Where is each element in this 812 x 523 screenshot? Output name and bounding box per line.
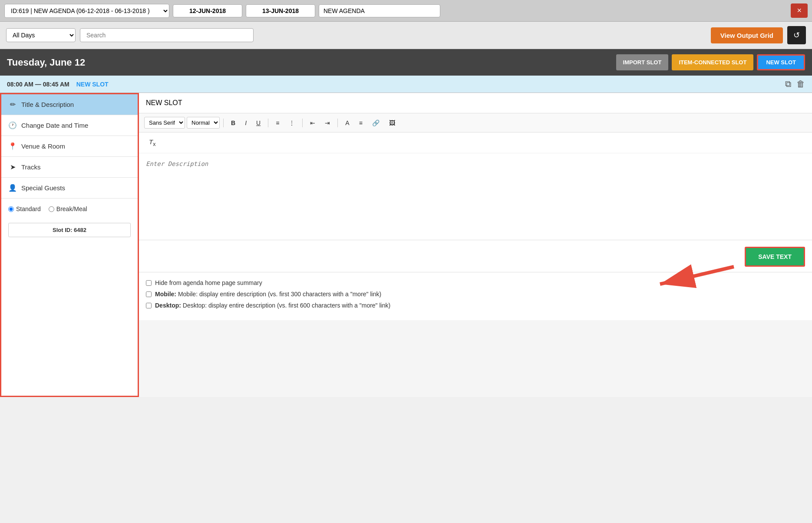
location-icon: 📍 (8, 142, 17, 150)
mobile-checkbox-row: Mobile: Mobile: display entire descripti… (146, 291, 805, 298)
person-icon: 👤 (8, 184, 17, 192)
slot-type-radios: Standard Break/Meal (1, 199, 138, 219)
sidebar-label-date: Change Date and Time (21, 122, 88, 129)
indent-button[interactable]: ⇥ (321, 117, 334, 129)
agenda-name-input[interactable] (319, 4, 440, 17)
italic-button[interactable]: I (241, 117, 251, 129)
unordered-list-button[interactable]: ⋮ (285, 117, 299, 129)
link-button[interactable]: 🔗 (368, 117, 383, 129)
new-slot-button[interactable]: NEW SLOT (757, 54, 805, 70)
slot-icons: ⧉ 🗑 (785, 79, 805, 89)
hide-checkbox-row: Hide from agenda home page summary (146, 279, 805, 286)
hide-checkbox[interactable] (146, 280, 152, 286)
standard-radio[interactable] (8, 206, 14, 212)
save-text-button[interactable]: SAVE TEXT (745, 247, 805, 267)
underline-button[interactable]: U (252, 117, 264, 129)
right-panel: Sans Serif Normal B I U ≡ ⋮ ⇤ ⇥ A ≡ 🔗 (139, 93, 812, 320)
right-panel-wrapper: Sans Serif Normal B I U ≡ ⋮ ⇤ ⇥ A ≡ 🔗 (139, 93, 812, 397)
save-text-area: SAVE TEXT (139, 242, 812, 272)
trash-icon[interactable]: 🗑 (796, 79, 805, 89)
sidebar-item-special-guests[interactable]: 👤 Special Guests (1, 178, 138, 199)
date-header: Tuesday, June 12 IMPORT SLOT ITEM-CONNEC… (0, 49, 812, 76)
arrow-icon: ➤ (8, 163, 17, 171)
font-family-select[interactable]: Sans Serif (144, 117, 185, 129)
end-date-input[interactable] (246, 4, 315, 17)
sidebar-item-change-date-time[interactable]: 🕐 Change Date and Time (1, 115, 138, 136)
description-textarea[interactable] (139, 153, 812, 240)
standard-radio-label[interactable]: Standard (8, 205, 41, 212)
checkboxes-area: Hide from agenda home page summary Mobil… (139, 272, 812, 320)
outdent-button[interactable]: ⇤ (306, 117, 319, 129)
toolbar-separator-4 (337, 119, 338, 127)
sidebar-label-guests: Special Guests (21, 184, 65, 192)
slot-label-text: NEW SLOT (76, 81, 109, 88)
font-color-button[interactable]: A (341, 117, 353, 129)
slot-id-box: Slot ID: 6482 (8, 223, 131, 237)
search-input[interactable] (80, 28, 254, 42)
sidebar-label-title: Title & Description (21, 101, 74, 108)
import-slot-button[interactable]: IMPORT SLOT (616, 54, 669, 70)
toolbar-separator-3 (302, 119, 303, 127)
slot-buttons: IMPORT SLOT ITEM-CONNECTED SLOT NEW SLOT (616, 54, 805, 70)
desktop-checkbox-label: Desktop: Desktop: display entire descrip… (155, 302, 390, 309)
layers-icon[interactable]: ⧉ (785, 79, 791, 89)
mobile-checkbox[interactable] (146, 291, 152, 297)
desktop-checkbox-row: Desktop: Desktop: display entire descrip… (146, 302, 805, 309)
align-button[interactable]: ≡ (355, 117, 366, 129)
toolbar-separator-1 (223, 119, 224, 127)
clear-format-button[interactable]: Tx (145, 136, 159, 149)
sidebar-item-venue-room[interactable]: 📍 Venue & Room (1, 136, 138, 157)
main-content: ✏ Title & Description 🕐 Change Date and … (0, 93, 812, 397)
date-label: Tuesday, June 12 (7, 57, 85, 68)
image-button[interactable]: 🖼 (385, 117, 399, 129)
slot-row: 08:00 AM — 08:45 AM NEW SLOT ⧉ 🗑 (0, 76, 812, 93)
bold-button[interactable]: B (227, 117, 239, 129)
title-input[interactable] (139, 93, 812, 113)
sidebar-label-venue: Venue & Room (21, 142, 65, 150)
item-connected-button[interactable]: ITEM-CONNECTED SLOT (672, 54, 753, 70)
sidebar-item-title-description[interactable]: ✏ Title & Description (1, 94, 138, 115)
desktop-checkbox[interactable] (146, 303, 152, 308)
sidebar-label-tracks: Tracks (21, 163, 40, 171)
slot-time: 08:00 AM — 08:45 AM (7, 81, 69, 88)
sidebar: ✏ Title & Description 🕐 Change Date and … (0, 93, 139, 397)
pencil-icon: ✏ (8, 100, 17, 109)
view-output-button[interactable]: View Output Grid (711, 27, 783, 43)
clock-icon: 🕐 (8, 121, 17, 129)
font-size-select[interactable]: Normal (187, 117, 220, 129)
break-meal-radio-label[interactable]: Break/Meal (49, 205, 87, 212)
agenda-select[interactable]: ID:619 | NEW AGENDA (06-12-2018 - 06-13-… (4, 4, 169, 18)
close-button[interactable]: × (791, 3, 808, 18)
hide-checkbox-label: Hide from agenda home page summary (155, 279, 262, 286)
refresh-button[interactable]: ↺ (787, 26, 806, 44)
start-date-input[interactable] (173, 4, 242, 17)
toolbar-bar: All Days View Output Grid ↺ (0, 22, 812, 49)
sidebar-item-tracks[interactable]: ➤ Tracks (1, 157, 138, 178)
toolbar-separator-2 (268, 119, 268, 127)
mobile-checkbox-label: Mobile: Mobile: display entire descripti… (155, 291, 381, 298)
top-bar: ID:619 | NEW AGENDA (06-12-2018 - 06-13-… (0, 0, 812, 22)
rte-toolbar: Sans Serif Normal B I U ≡ ⋮ ⇤ ⇥ A ≡ 🔗 (139, 113, 812, 132)
break-meal-radio[interactable] (49, 206, 54, 212)
ordered-list-button[interactable]: ≡ (272, 117, 283, 129)
days-select[interactable]: All Days (6, 28, 76, 42)
